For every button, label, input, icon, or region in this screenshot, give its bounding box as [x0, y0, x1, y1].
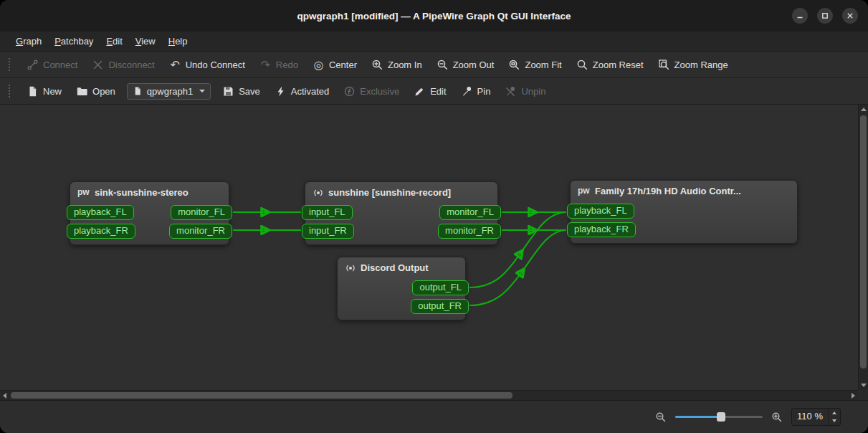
connection-layer	[0, 105, 858, 390]
node-sink-sunshine-stereo[interactable]: pw sink-sunshine-stereo playback_FL moni…	[70, 181, 229, 245]
window-title: qpwgraph1 [modified] — A PipeWire Graph …	[297, 11, 571, 22]
zoom-out-icon[interactable]	[655, 411, 667, 423]
node-header[interactable]: Discord Output	[338, 257, 465, 277]
input-port[interactable]: playback_FR	[567, 222, 636, 237]
toolbar-grip[interactable]	[9, 58, 12, 71]
connect-icon	[27, 59, 39, 71]
audio-app-icon	[313, 187, 324, 199]
open-folder-icon	[76, 85, 88, 97]
new-button[interactable]: New	[20, 82, 68, 101]
node-title: Discord Output	[361, 262, 429, 274]
slider-fill	[675, 416, 720, 418]
pipewire-icon: pw	[77, 186, 90, 199]
save-button[interactable]: Save	[216, 82, 267, 101]
zoom-in-button[interactable]: Zoom In	[365, 55, 429, 75]
scroll-up-arrow[interactable]	[861, 108, 867, 111]
node-header[interactable]: sunshine [sunshine-record]	[305, 182, 497, 201]
input-port[interactable]: input_FR	[302, 224, 354, 239]
scroll-right-arrow[interactable]	[852, 393, 855, 399]
disconnect-button[interactable]: Disconnect	[85, 55, 161, 75]
output-port[interactable]: monitor_FL	[171, 205, 232, 220]
maximize-button[interactable]	[817, 8, 833, 24]
menu-graph[interactable]: Graph	[9, 33, 48, 49]
toolbar-grip[interactable]	[9, 85, 12, 97]
node-title: sink-sunshine-stereo	[95, 186, 189, 199]
new-file-icon	[27, 85, 39, 97]
zoom-fit-button[interactable]: Zoom Fit	[502, 55, 568, 75]
zoom-value[interactable]: 110 %	[792, 409, 828, 425]
output-port[interactable]: monitor_FR	[169, 224, 232, 239]
scroll-left-arrow[interactable]	[3, 393, 6, 399]
node-header[interactable]: pw Family 17h/19h HD Audio Contr...	[571, 181, 797, 200]
scrollbar-corner	[858, 390, 868, 400]
app-window: qpwgraph1 [modified] — A PipeWire Graph …	[0, 0, 868, 433]
edit-button[interactable]: Edit	[407, 82, 452, 101]
patchbay-profile-combo[interactable]: qpwgraph1	[127, 83, 211, 100]
zoom-in-icon[interactable]	[771, 411, 783, 423]
horizontal-scrollbar[interactable]	[0, 390, 858, 400]
input-port[interactable]: input_FL	[302, 205, 353, 220]
output-port[interactable]: monitor_FL	[439, 205, 501, 220]
vertical-scroll-handle[interactable]	[860, 115, 867, 368]
zoom-slider[interactable]	[675, 411, 763, 422]
lightning-icon	[275, 85, 287, 97]
menu-patchbay[interactable]: Patchbay	[48, 33, 100, 49]
spin-down-button[interactable]	[829, 417, 840, 426]
menu-edit[interactable]: Edit	[100, 33, 128, 49]
input-port[interactable]: playback_FL	[567, 204, 634, 219]
output-port[interactable]: output_FL	[412, 280, 469, 295]
graph-canvas[interactable]: pw sink-sunshine-stereo playback_FL moni…	[0, 105, 868, 400]
pin-icon	[461, 85, 473, 97]
center-button[interactable]: ◎ Center	[306, 55, 363, 75]
output-port[interactable]: output_FR	[411, 299, 469, 314]
center-icon: ◎	[313, 59, 325, 71]
horizontal-scroll-handle[interactable]	[11, 392, 512, 399]
slider-handle[interactable]	[717, 412, 725, 422]
node-title: Family 17h/19h HD Audio Contr...	[595, 185, 741, 197]
unpin-icon	[505, 85, 517, 97]
zoom-reset-button[interactable]: Zoom Reset	[570, 55, 650, 75]
close-icon	[846, 12, 854, 19]
vertical-scrollbar[interactable]	[858, 105, 868, 390]
maximize-icon	[821, 12, 829, 19]
node-discord-output[interactable]: Discord Output output_FL output_FR	[337, 257, 466, 320]
node-title: sunshine [sunshine-record]	[328, 186, 451, 199]
exclusive-icon	[343, 85, 356, 97]
undo-connect-button[interactable]: ↶ Undo Connect	[163, 55, 252, 75]
undo-icon: ↶	[169, 59, 181, 71]
pencil-icon	[414, 85, 426, 97]
pin-button[interactable]: Pin	[454, 82, 497, 101]
input-port[interactable]: playback_FR	[67, 224, 135, 239]
menubar: Graph Patchbay Edit View Help	[0, 32, 868, 52]
open-button[interactable]: Open	[70, 82, 122, 101]
menu-help[interactable]: Help	[162, 33, 194, 49]
titlebar[interactable]: qpwgraph1 [modified] — A PipeWire Graph …	[0, 0, 868, 32]
node-family-hd-audio[interactable]: pw Family 17h/19h HD Audio Contr... play…	[570, 180, 798, 244]
zoom-spinbox[interactable]: 110 %	[791, 408, 841, 426]
save-icon	[222, 85, 234, 97]
zoom-range-icon	[658, 59, 670, 71]
exclusive-toggle[interactable]: Exclusive	[337, 82, 406, 101]
input-port[interactable]: playback_FL	[67, 205, 134, 220]
redo-button[interactable]: ↷ Redo	[253, 55, 305, 75]
close-button[interactable]	[842, 8, 858, 24]
zoom-out-button[interactable]: Zoom Out	[430, 55, 501, 75]
connect-button[interactable]: Connect	[20, 55, 84, 75]
unpin-button[interactable]: Unpin	[498, 82, 552, 101]
node-header[interactable]: pw sink-sunshine-stereo	[70, 182, 229, 201]
spin-up-icon	[832, 411, 836, 414]
zoom-fit-icon	[508, 59, 520, 71]
node-sunshine[interactable]: sunshine [sunshine-record] input_FL moni…	[305, 181, 498, 245]
zoom-range-button[interactable]: Zoom Range	[652, 55, 735, 75]
graph-viewport[interactable]: pw sink-sunshine-stereo playback_FL moni…	[0, 105, 858, 390]
graph-toolbar: Connect Disconnect ↶ Undo Connect ↷ Redo…	[0, 52, 868, 78]
statusbar: 110 %	[0, 400, 868, 433]
redo-icon: ↷	[259, 59, 272, 71]
minimize-button[interactable]	[792, 8, 808, 24]
spin-up-button[interactable]	[829, 409, 840, 417]
output-port[interactable]: monitor_FR	[438, 224, 501, 239]
scroll-down-arrow[interactable]	[861, 384, 867, 387]
zoom-in-icon	[371, 59, 383, 71]
activated-toggle[interactable]: Activated	[268, 82, 335, 101]
menu-view[interactable]: View	[129, 33, 162, 49]
